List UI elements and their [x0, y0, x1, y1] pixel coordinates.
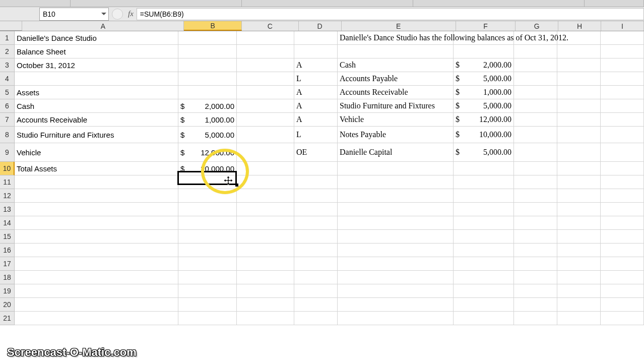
cell-E15[interactable]	[338, 230, 454, 244]
cell-F5[interactable]: $1,000.00	[454, 86, 514, 99]
cell-E4[interactable]: Accounts Payable	[338, 72, 454, 86]
cell-F21[interactable]	[454, 312, 514, 325]
cell-H10[interactable]	[557, 162, 601, 175]
cell-I8[interactable]	[601, 127, 644, 143]
cell-D16[interactable]	[294, 244, 338, 257]
cell-F15[interactable]	[454, 230, 514, 244]
cell-B17[interactable]	[178, 257, 237, 271]
col-header-I[interactable]: I	[601, 21, 644, 31]
cell-D5[interactable]: A	[294, 86, 338, 99]
cell-C13[interactable]	[237, 203, 294, 216]
cell-B2[interactable]	[178, 45, 237, 58]
cell-I16[interactable]	[601, 244, 644, 257]
row-header-7[interactable]: 7	[0, 113, 15, 127]
cell-A8[interactable]: Studio Furniture and Fixtures	[15, 127, 178, 143]
cell-B5[interactable]	[178, 86, 237, 99]
col-header-B[interactable]: B	[184, 21, 242, 31]
cell-E3[interactable]: Cash	[338, 58, 454, 72]
cell-F17[interactable]	[454, 257, 514, 271]
cell-G6[interactable]	[514, 99, 557, 113]
cell-A13[interactable]	[15, 203, 178, 216]
cell-A11[interactable]	[15, 175, 178, 189]
cell-D21[interactable]	[294, 312, 338, 325]
col-header-H[interactable]: H	[558, 21, 601, 31]
cell-F11[interactable]	[454, 175, 514, 189]
cell-D12[interactable]	[294, 189, 338, 203]
cell-D6[interactable]: A	[294, 99, 338, 113]
cell-C5[interactable]	[237, 86, 294, 99]
cell-B19[interactable]	[178, 284, 237, 298]
cell-G20[interactable]	[514, 298, 557, 312]
cell-C8[interactable]	[237, 127, 294, 143]
cell-H14[interactable]	[557, 216, 601, 230]
cell-A4[interactable]	[15, 72, 178, 86]
cell-A15[interactable]	[15, 230, 178, 244]
cell-H3[interactable]	[557, 58, 601, 72]
cell-H7[interactable]	[557, 113, 601, 127]
cell-F10[interactable]	[454, 162, 514, 175]
cell-I4[interactable]	[601, 72, 644, 86]
cell-G15[interactable]	[514, 230, 557, 244]
cell-A1[interactable]: Danielle's Dance Studio	[15, 31, 178, 45]
row-header-14[interactable]: 14	[0, 216, 15, 230]
cell-F2[interactable]	[454, 45, 514, 58]
col-header-C[interactable]: C	[242, 21, 299, 31]
cell-E1[interactable]: Danielle's Dance Studio has the followin…	[338, 31, 454, 45]
cell-D2[interactable]	[294, 45, 338, 58]
row-header-17[interactable]: 17	[0, 257, 15, 271]
cell-H21[interactable]	[557, 312, 601, 325]
cell-B13[interactable]	[178, 203, 237, 216]
cell-C6[interactable]	[237, 99, 294, 113]
cell-I5[interactable]	[601, 86, 644, 99]
cell-G13[interactable]	[514, 203, 557, 216]
cells-area[interactable]: Danielle's Dance Studio Danielle's Dance…	[15, 31, 644, 325]
cell-I18[interactable]	[601, 271, 644, 284]
cell-E20[interactable]	[338, 298, 454, 312]
cell-H4[interactable]	[557, 72, 601, 86]
cell-D11[interactable]	[294, 175, 338, 189]
cell-E7[interactable]: Vehicle	[338, 113, 454, 127]
cell-B18[interactable]	[178, 271, 237, 284]
cell-H5[interactable]	[557, 86, 601, 99]
cell-E10[interactable]	[338, 162, 454, 175]
cell-C4[interactable]	[237, 72, 294, 86]
cell-D17[interactable]	[294, 257, 338, 271]
cell-G2[interactable]	[514, 45, 557, 58]
row-header-16[interactable]: 16	[0, 244, 15, 257]
cell-D4[interactable]: L	[294, 72, 338, 86]
cell-E2[interactable]	[338, 45, 454, 58]
row-header-4[interactable]: 4	[0, 72, 15, 86]
cell-I10[interactable]	[601, 162, 644, 175]
cell-C18[interactable]	[237, 271, 294, 284]
cell-G4[interactable]	[514, 72, 557, 86]
cell-E18[interactable]	[338, 271, 454, 284]
cell-C15[interactable]	[237, 230, 294, 244]
cell-A21[interactable]	[15, 312, 178, 325]
cell-B10[interactable]: $20,000.00	[178, 162, 237, 175]
col-header-A[interactable]: A	[22, 21, 184, 31]
row-header-21[interactable]: 21	[0, 312, 15, 325]
formula-input[interactable]: =SUM(B6:B9)	[137, 8, 644, 20]
cell-D19[interactable]	[294, 284, 338, 298]
row-header-13[interactable]: 13	[0, 203, 15, 216]
cell-C12[interactable]	[237, 189, 294, 203]
cell-E9[interactable]: Danielle Capital	[338, 143, 454, 162]
cell-E8[interactable]: Notes Payable	[338, 127, 454, 143]
cell-A10[interactable]: Total Assets	[15, 162, 178, 175]
cell-D8[interactable]: L	[294, 127, 338, 143]
cell-I20[interactable]	[601, 298, 644, 312]
cell-F18[interactable]	[454, 271, 514, 284]
cell-D10[interactable]	[294, 162, 338, 175]
row-header-15[interactable]: 15	[0, 230, 15, 244]
row-header-11[interactable]: 11	[0, 175, 15, 189]
row-header-19[interactable]: 19	[0, 284, 15, 298]
cell-B14[interactable]	[178, 216, 237, 230]
cell-B6[interactable]: $2,000.00	[178, 99, 237, 113]
cell-G8[interactable]	[514, 127, 557, 143]
cell-C2[interactable]	[237, 45, 294, 58]
cell-H18[interactable]	[557, 271, 601, 284]
row-header-12[interactable]: 12	[0, 189, 15, 203]
cell-I7[interactable]	[601, 113, 644, 127]
cell-F4[interactable]: $5,000.00	[454, 72, 514, 86]
cell-G16[interactable]	[514, 244, 557, 257]
